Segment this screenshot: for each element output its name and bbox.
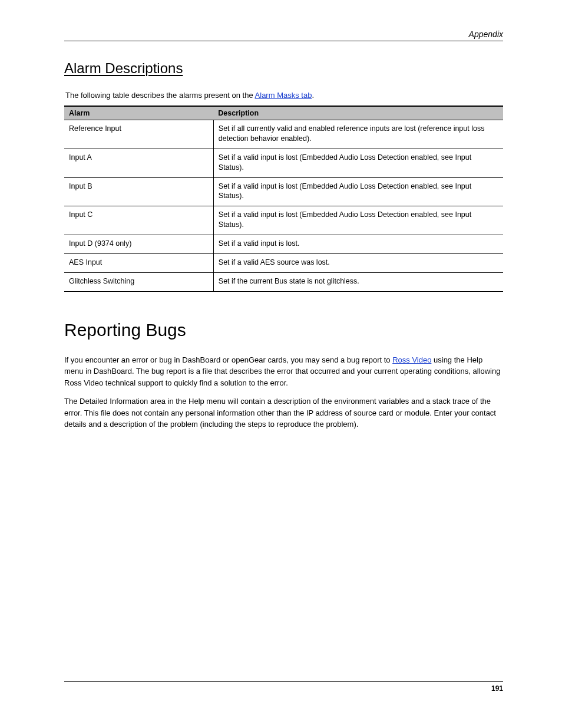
table-row: Glitchless Switching Set if the current …: [64, 272, 503, 291]
alarm-desc-cell: Set if a valid input is lost (Embedded A…: [213, 149, 503, 177]
alarm-table: Alarm Description Reference Input Set if…: [64, 106, 503, 292]
table-row: Input C Set if a valid input is lost (Em…: [64, 206, 503, 235]
alarm-desc-cell: Set if a valid input is lost (Embedded A…: [213, 177, 503, 206]
ross-video-link[interactable]: Ross Video: [392, 355, 431, 364]
bugs-paragraph-2: The Detailed Information area in the Hel…: [64, 396, 503, 430]
table-row: Input D (9374 only) Set if a valid input…: [64, 235, 503, 254]
reporting-bugs-heading: Reporting Bugs: [64, 320, 503, 340]
alarm-name-cell: Reference Input: [64, 120, 213, 149]
bugs-paragraph-1: If you encounter an error or bug in Dash…: [64, 354, 503, 389]
table-row: Reference Input Set if all currently val…: [64, 120, 503, 149]
alarm-name-cell: Input D (9374 only): [64, 235, 213, 254]
alarm-name-cell: AES Input: [64, 253, 213, 272]
col-header-alarm: Alarm: [64, 106, 213, 120]
alarm-desc-cell: Set if a valid input is lost.: [213, 235, 503, 254]
alarm-name-cell: Input A: [64, 149, 213, 177]
table-row: Input B Set if a valid input is lost (Em…: [64, 177, 503, 206]
bugs-p1-prefix: If you encounter an error or bug in Dash…: [64, 355, 392, 364]
running-head: Appendix: [469, 29, 503, 39]
table-row: Input A Set if a valid input is lost (Em…: [64, 149, 503, 177]
alarm-desc-cell: Set if the current Bus state is not glit…: [213, 272, 503, 291]
alarm-name-cell: Glitchless Switching: [64, 272, 213, 291]
alarm-desc-cell: Set if a valid AES source was lost.: [213, 253, 503, 272]
alarm-desc-cell: Set if all currently valid and enabled r…: [213, 120, 503, 149]
alarm-intro-suffix: .: [312, 91, 314, 100]
alarm-desc-cell: Set if a valid input is lost (Embedded A…: [213, 206, 503, 235]
alarm-name-cell: Input B: [64, 177, 213, 206]
alarm-descriptions-heading: Alarm Descriptions: [64, 60, 503, 77]
col-header-description: Description: [213, 106, 503, 120]
alarm-intro-prefix: The following table describes the alarms…: [65, 91, 255, 100]
alarm-name-cell: Input C: [64, 206, 213, 235]
page-number: 191: [491, 684, 503, 693]
table-row: AES Input Set if a valid AES source was …: [64, 253, 503, 272]
alarm-masks-link[interactable]: Alarm Masks tab: [255, 91, 312, 100]
alarm-intro: The following table describes the alarms…: [64, 91, 503, 100]
